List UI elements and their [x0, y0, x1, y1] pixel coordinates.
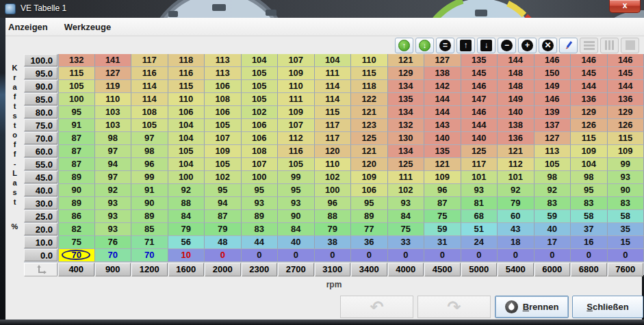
- table-cell[interactable]: 102: [388, 184, 425, 197]
- table-cell[interactable]: 0: [608, 249, 644, 262]
- table-cell[interactable]: 150: [534, 67, 571, 80]
- table-cell[interactable]: 114: [315, 93, 352, 106]
- table-cell[interactable]: 71: [131, 236, 168, 249]
- table-cell[interactable]: 104: [242, 54, 279, 67]
- table-cell[interactable]: 109: [571, 145, 608, 158]
- table-cell[interactable]: 83: [608, 197, 644, 210]
- decrement-button[interactable]: ↓: [477, 38, 495, 53]
- table-cell[interactable]: 109: [205, 145, 242, 158]
- set-equal-button[interactable]: =: [436, 38, 454, 53]
- table-cell[interactable]: 87: [58, 158, 95, 171]
- row-header-90.0[interactable]: 90.0: [24, 80, 57, 92]
- table-cell[interactable]: 127: [534, 132, 571, 145]
- table-cell[interactable]: 125: [388, 158, 425, 171]
- table-cell[interactable]: 137: [534, 119, 571, 132]
- table-cell[interactable]: 146: [571, 54, 608, 67]
- table-cell[interactable]: 106: [205, 80, 242, 93]
- table-cell[interactable]: 100: [58, 93, 95, 106]
- row-header-40.0[interactable]: 40.0: [24, 184, 57, 196]
- table-cell[interactable]: 109: [278, 106, 315, 119]
- table-cell[interactable]: 110: [168, 93, 205, 106]
- axis-corner-button[interactable]: [24, 263, 57, 276]
- table-cell[interactable]: 120: [351, 158, 388, 171]
- table-cell[interactable]: 97: [131, 132, 168, 145]
- table-cell[interactable]: 95: [242, 184, 279, 197]
- table-cell[interactable]: 110: [351, 54, 388, 67]
- table-cell[interactable]: 144: [424, 106, 461, 119]
- table-cell[interactable]: 117: [461, 158, 498, 171]
- table-cell[interactable]: 109: [278, 67, 315, 80]
- edit-pencil-button[interactable]: [559, 38, 578, 53]
- table-cell[interactable]: 138: [424, 67, 461, 80]
- table-cell[interactable]: 136: [608, 93, 644, 106]
- table-cell[interactable]: 105: [168, 145, 205, 158]
- col-header-2000[interactable]: 2000: [205, 263, 241, 276]
- table-cell[interactable]: 127: [424, 54, 461, 67]
- table-cell[interactable]: 117: [315, 132, 352, 145]
- table-cell[interactable]: 121: [424, 158, 461, 171]
- row-header-95.0[interactable]: 95.0: [24, 67, 57, 79]
- table-cell[interactable]: 88: [315, 210, 352, 223]
- row-header-0.0[interactable]: 0.0: [24, 249, 57, 261]
- table-cell[interactable]: 105: [58, 80, 95, 93]
- table-cell[interactable]: 115: [315, 106, 352, 119]
- plus-button[interactable]: +: [518, 38, 537, 53]
- table-cell[interactable]: 123: [351, 119, 388, 132]
- table-cell[interactable]: 87: [424, 197, 461, 210]
- table-cell[interactable]: 35: [608, 223, 644, 236]
- table-cell[interactable]: 93: [388, 197, 425, 210]
- table-cell[interactable]: 79: [205, 223, 242, 236]
- table-cell[interactable]: 83: [242, 223, 279, 236]
- table-cell[interactable]: 48: [205, 236, 242, 249]
- table-cell[interactable]: 116: [131, 67, 168, 80]
- table-cell[interactable]: 126: [608, 119, 644, 132]
- table-cell[interactable]: 104: [571, 158, 608, 171]
- table-cell[interactable]: 92: [534, 184, 571, 197]
- table-cell[interactable]: 51: [461, 223, 498, 236]
- table-cell[interactable]: 111: [388, 171, 425, 184]
- row-header-10.0[interactable]: 10.0: [24, 236, 57, 248]
- table-cell[interactable]: 79: [168, 223, 205, 236]
- table-cell[interactable]: 89: [351, 210, 388, 223]
- table-cell[interactable]: 92: [95, 184, 132, 197]
- table-cell[interactable]: 95: [571, 184, 608, 197]
- table-cell[interactable]: 101: [498, 171, 534, 184]
- table-cell[interactable]: 105: [131, 119, 168, 132]
- table-cell[interactable]: 56: [168, 236, 205, 249]
- table-cell[interactable]: 105: [534, 158, 571, 171]
- col-header-6800[interactable]: 6800: [571, 263, 607, 276]
- table-cell[interactable]: 84: [168, 210, 205, 223]
- table-cell[interactable]: 101: [461, 171, 498, 184]
- redo-button[interactable]: ↷: [417, 296, 491, 318]
- table-cell[interactable]: 115: [168, 80, 205, 93]
- table-cell[interactable]: 93: [461, 184, 498, 197]
- table-cell[interactable]: 140: [498, 106, 534, 119]
- table-cell[interactable]: 93: [608, 171, 644, 184]
- table-cell[interactable]: 107: [278, 119, 315, 132]
- table-cell[interactable]: 110: [315, 158, 352, 171]
- table-cell[interactable]: 121: [388, 54, 425, 67]
- table-cell[interactable]: 59: [424, 223, 461, 236]
- table-cell[interactable]: 94: [205, 197, 242, 210]
- table-cell[interactable]: 40: [534, 223, 571, 236]
- table-cell[interactable]: 129: [608, 106, 644, 119]
- table-cell[interactable]: 107: [278, 54, 315, 67]
- close-button[interactable]: x: [609, 0, 641, 13]
- table-cell[interactable]: 136: [571, 93, 608, 106]
- table-cell[interactable]: 60: [498, 210, 534, 223]
- table-cell[interactable]: 125: [351, 132, 388, 145]
- table-cell[interactable]: 75: [58, 236, 95, 249]
- table-cell[interactable]: 100: [315, 184, 352, 197]
- table-cell[interactable]: 100: [242, 171, 279, 184]
- table-cell[interactable]: 17: [534, 236, 571, 249]
- table-cell[interactable]: 112: [278, 132, 315, 145]
- table-cell[interactable]: 107: [242, 158, 279, 171]
- table-cell[interactable]: 87: [58, 132, 95, 145]
- table-cell[interactable]: 114: [315, 80, 352, 93]
- table-cell[interactable]: 132: [388, 119, 425, 132]
- table-cell[interactable]: 90: [278, 210, 315, 223]
- table-cell[interactable]: 33: [388, 236, 425, 249]
- table-cell[interactable]: 79: [315, 223, 352, 236]
- scale-down-green-button[interactable]: ↓: [415, 38, 434, 53]
- table-cell[interactable]: 98: [95, 132, 132, 145]
